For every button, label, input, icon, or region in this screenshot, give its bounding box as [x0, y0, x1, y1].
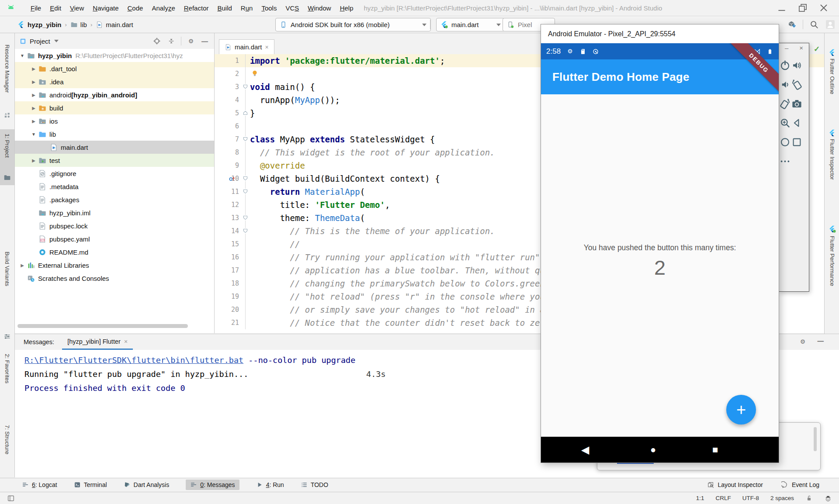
- breadcrumb-project[interactable]: hyzp_yibin: [28, 21, 62, 28]
- stripe-flutter-outline[interactable]: Flutter Outline: [829, 59, 836, 94]
- tree-row[interactable]: .packages: [15, 193, 214, 206]
- hide-panel-button[interactable]: —: [201, 38, 208, 45]
- menu-item-help[interactable]: Help: [336, 4, 358, 12]
- device-selector-dropdown[interactable]: Android SDK built for x86 (mobile): [275, 18, 431, 31]
- menu-item-build[interactable]: Build: [213, 4, 236, 12]
- emulator-nav-overview-button[interactable]: [791, 136, 803, 148]
- tree-row[interactable]: ▶.idea: [15, 75, 214, 88]
- flutter-icon[interactable]: [829, 129, 836, 137]
- emulator-zoom-in-button[interactable]: [779, 117, 791, 129]
- tree-row[interactable]: pubspec.lock: [15, 219, 214, 232]
- emulator-screen[interactable]: 2:58 ⚙ Flutter Demo Home Page DEBUG You …: [541, 43, 779, 463]
- scrollbar[interactable]: [814, 427, 817, 451]
- menu-item-window[interactable]: Window: [303, 4, 335, 12]
- run-config-dropdown[interactable]: main.dart: [436, 18, 505, 31]
- emulator-nav-home-button[interactable]: [779, 136, 791, 148]
- emulator-minimize-button[interactable]: –: [785, 44, 788, 52]
- menu-item-file[interactable]: File: [26, 4, 45, 12]
- menu-item-tools[interactable]: Tools: [257, 4, 281, 12]
- locate-file-icon[interactable]: [153, 37, 161, 45]
- toolwindow-tab-0-messages[interactable]: 0: Messages: [186, 480, 239, 490]
- toolwindow-tab-4-run[interactable]: 4: Run: [256, 480, 284, 490]
- menu-item-navigate[interactable]: Navigate: [88, 4, 123, 12]
- menu-item-analyze[interactable]: Analyze: [147, 4, 179, 12]
- gear-icon[interactable]: ⚙: [187, 37, 195, 45]
- emulator-title-bar[interactable]: Android Emulator - Pixel_2_API_29:5554: [541, 24, 779, 43]
- stripe-project[interactable]: 1: Project: [4, 134, 10, 158]
- fold-marker-icon[interactable]: [243, 84, 248, 90]
- chevron-right-icon[interactable]: ▶: [18, 263, 27, 268]
- chevron-right-icon[interactable]: ▶: [29, 79, 38, 84]
- menu-item-vcs[interactable]: VCS: [281, 4, 303, 12]
- flutter-performance-icon[interactable]: [829, 225, 836, 233]
- tree-row[interactable]: main.dart: [15, 141, 214, 154]
- menu-item-refactor[interactable]: Refactor: [180, 4, 213, 12]
- chevron-right-icon[interactable]: ▶: [29, 119, 38, 124]
- tree-row[interactable]: ▼hyzp_yibin R:\FlutterProject\FlutterPro…: [15, 49, 214, 62]
- hide-panel-button[interactable]: —: [818, 338, 824, 345]
- emulator-power-button[interactable]: [779, 59, 791, 71]
- emulator-rotate-left-button[interactable]: [791, 79, 803, 90]
- close-icon[interactable]: ×: [124, 338, 128, 345]
- emulator-camera-button[interactable]: [791, 98, 803, 110]
- chevron-right-icon[interactable]: ▶: [29, 158, 38, 163]
- fold-marker-icon[interactable]: [243, 215, 248, 221]
- toolwindow-tab-dart-analysis[interactable]: Dart Analysis: [124, 480, 170, 490]
- gradle-user-icon[interactable]: [824, 494, 832, 502]
- build-variants-icon[interactable]: [3, 333, 11, 340]
- tree-row[interactable]: ▶ios: [15, 114, 214, 128]
- file-encoding[interactable]: UTF-8: [742, 495, 759, 501]
- chevron-right-icon[interactable]: ▶: [29, 93, 38, 97]
- menu-item-code[interactable]: Code: [123, 4, 148, 12]
- fold-marker-icon[interactable]: [243, 176, 248, 181]
- fold-marker-icon[interactable]: [243, 189, 248, 194]
- chevron-right-icon[interactable]: ▶: [29, 106, 38, 110]
- tool-window-toggle-icon[interactable]: [7, 494, 15, 502]
- flutter-icon[interactable]: [829, 49, 836, 56]
- breadcrumb-dir[interactable]: lib: [80, 21, 87, 28]
- tree-row[interactable]: ▶External Libraries: [15, 259, 214, 272]
- fab-increment-button[interactable]: +: [726, 395, 756, 425]
- emulator-vol-down-button[interactable]: [779, 79, 791, 90]
- project-stripe-icon[interactable]: [3, 174, 11, 181]
- toolwindow-tab-layout-inspector[interactable]: Layout Inspector: [707, 481, 763, 489]
- emulator-nav-back-button[interactable]: [791, 117, 803, 129]
- lock-icon[interactable]: [805, 494, 813, 502]
- window-restore-button[interactable]: [797, 2, 808, 14]
- caret-position[interactable]: 1:1: [696, 495, 704, 501]
- stripe-flutter-inspector[interactable]: Flutter Inspector: [829, 139, 836, 180]
- nav-home-button[interactable]: ●: [650, 444, 656, 456]
- intention-bulb-icon[interactable]: [250, 69, 259, 78]
- window-close-button[interactable]: [818, 2, 829, 14]
- emulator-close-button[interactable]: ×: [799, 44, 803, 52]
- popup-link-fragment[interactable]: [617, 463, 654, 464]
- horizontal-scrollbar[interactable]: [17, 324, 188, 328]
- line-separator[interactable]: CRLF: [715, 495, 731, 501]
- sdk-download-icon[interactable]: [787, 20, 797, 29]
- resource-manager-icon[interactable]: [3, 112, 11, 119]
- flutter-console-tab[interactable]: [hyzp_yibin] Flutter ×: [62, 334, 133, 350]
- stripe-build-variants[interactable]: Build Variants: [4, 252, 10, 286]
- fold-marker-icon[interactable]: [243, 136, 248, 142]
- menu-item-edit[interactable]: Edit: [45, 4, 66, 12]
- chevron-right-icon[interactable]: ▶: [29, 66, 38, 71]
- chevron-down-icon[interactable]: [54, 40, 59, 42]
- toolwindow-tab-6-logcat[interactable]: 6: Logcat: [22, 480, 57, 490]
- tree-row[interactable]: Scratches and Consoles: [15, 272, 214, 285]
- close-icon[interactable]: ×: [265, 44, 269, 51]
- stripe-structure[interactable]: 7: Structure: [4, 425, 10, 454]
- toolwindow-tab-event-log[interactable]: Event Log: [781, 481, 819, 489]
- fold-marker-icon[interactable]: [243, 110, 248, 116]
- fold-marker-icon[interactable]: [243, 228, 248, 234]
- tree-row[interactable]: YMLpubspec.yaml: [15, 232, 214, 245]
- window-minimize-button[interactable]: [776, 2, 787, 14]
- emulator-more-dots-button[interactable]: [779, 155, 791, 167]
- emulator-vol-up-button[interactable]: [791, 59, 803, 71]
- gear-icon[interactable]: ⚙: [799, 338, 807, 345]
- profile-avatar[interactable]: [825, 19, 836, 30]
- tree-row[interactable]: ▶.dart_tool: [15, 62, 214, 75]
- editor-tab-main-dart[interactable]: main.dart ×: [219, 39, 274, 54]
- breadcrumb-file[interactable]: main.dart: [106, 21, 133, 28]
- chevron-down-icon[interactable]: ▼: [29, 132, 38, 137]
- console-link[interactable]: R:\Flutter\FlutterSDK\flutter\bin\flutte…: [24, 356, 243, 365]
